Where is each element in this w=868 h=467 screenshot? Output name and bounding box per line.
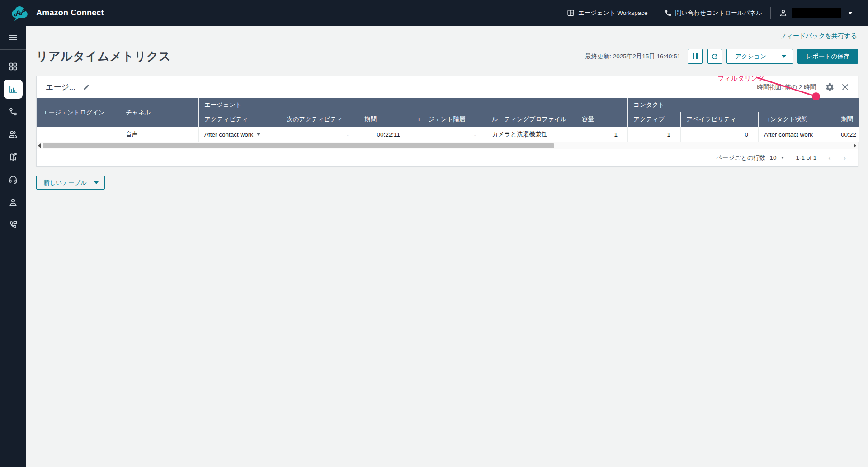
- headset-icon: [8, 175, 18, 185]
- col-next-activity[interactable]: 次のアクティビティ: [281, 112, 359, 127]
- horizontal-scrollbar[interactable]: [37, 142, 858, 149]
- brand-name: Amazon Connect: [36, 8, 104, 18]
- group-agent: エージェント: [199, 98, 628, 112]
- pagination: ページごとの行数 10 1-1 of 1 ‹ ›: [37, 149, 858, 166]
- pagination-range: 1-1 of 1: [796, 154, 817, 161]
- workspace-icon: [567, 9, 575, 17]
- cell-agent-login: [37, 127, 120, 142]
- col-availability[interactable]: アベイラビリティー: [681, 112, 759, 127]
- user-icon: [779, 9, 788, 17]
- cell-duration: 00:22:11: [359, 127, 410, 142]
- col-routing-profile[interactable]: ルーティングプロファイル: [486, 112, 576, 127]
- share-feedback-link[interactable]: フィードバックを共有する: [780, 32, 857, 40]
- dashboard-grid-icon: [8, 62, 18, 71]
- cell-contact-duration: 00:22: [835, 127, 859, 142]
- close-icon[interactable]: [841, 83, 849, 91]
- top-bar: Amazon Connect エージェント Workspace 問い合わせコント…: [0, 0, 868, 26]
- users-icon: [8, 129, 18, 139]
- nav-agent-workspace[interactable]: エージェント Workspace: [559, 9, 656, 17]
- cell-availability: 0: [681, 127, 759, 142]
- chevron-down-icon: [782, 55, 786, 58]
- edit-title-icon[interactable]: [83, 84, 90, 91]
- chevron-down-icon: [257, 133, 260, 136]
- save-report-label: レポートの保存: [806, 52, 849, 61]
- rows-per-page-label: ページごとの行数: [716, 154, 766, 162]
- rows-per-page-value: 10: [770, 154, 777, 161]
- activity-value: After contact work: [204, 131, 253, 138]
- cell-capacity: 1: [576, 127, 628, 142]
- nav-agent-workspace-label: エージェント Workspace: [578, 9, 648, 17]
- table-title: エージ...: [46, 82, 75, 92]
- col-channel[interactable]: チャネル: [120, 98, 199, 127]
- col-contact-duration[interactable]: 期間: [835, 112, 859, 127]
- sidebar-nav: [4, 50, 23, 234]
- metrics-table-card: エージ... 時間範囲: 前の 2 時間: [36, 76, 858, 167]
- cell-activity[interactable]: After contact work: [199, 127, 281, 142]
- sidebar-item-metrics[interactable]: [4, 80, 23, 99]
- book-export-icon: [8, 152, 18, 162]
- chevron-down-icon: [94, 181, 99, 184]
- cell-agent-hierarchy: -: [410, 127, 486, 142]
- cell-next-activity: -: [281, 127, 359, 142]
- cell-channel: 音声: [120, 127, 199, 142]
- actions-dropdown-label: アクション: [735, 52, 766, 61]
- refresh-button[interactable]: [707, 49, 722, 64]
- sidebar-item-dashboard[interactable]: [4, 57, 23, 76]
- sidebar-item-contact-tools[interactable]: [4, 215, 23, 234]
- scroll-right-icon[interactable]: [854, 143, 856, 148]
- sidebar-item-users[interactable]: [4, 125, 23, 144]
- filter-annotation-label: フィルタリング: [717, 74, 764, 83]
- new-table-button[interactable]: 新しいテーブル: [36, 176, 105, 190]
- col-agent-login[interactable]: エージェントログイン: [37, 98, 120, 127]
- prev-page-icon[interactable]: ‹: [828, 153, 831, 162]
- menu-icon: [8, 33, 18, 43]
- phone-chat-icon: [8, 220, 18, 230]
- cell-contact-state: After contact work: [759, 127, 835, 142]
- col-capacity[interactable]: 容量: [576, 112, 628, 127]
- scroll-left-icon[interactable]: [38, 143, 41, 148]
- sidebar: [0, 26, 26, 467]
- amazon-connect-logo-icon: [10, 4, 30, 22]
- refresh-icon: [711, 52, 719, 61]
- col-active[interactable]: アクティブ: [628, 112, 681, 127]
- page-title: リアルタイムメトリクス: [36, 48, 171, 64]
- cell-routing-profile: カメラと洗濯機兼任: [486, 127, 576, 142]
- person-icon: [8, 197, 18, 207]
- rows-per-page-select[interactable]: ページごとの行数 10: [716, 154, 784, 162]
- actions-dropdown-button[interactable]: アクション: [726, 49, 793, 64]
- cell-active: 1: [628, 127, 681, 142]
- new-table-label: 新しいテーブル: [43, 179, 87, 187]
- sidebar-item-docs[interactable]: [4, 148, 23, 167]
- chevron-down-icon: [848, 12, 853, 14]
- sidebar-item-profile[interactable]: [4, 193, 23, 212]
- metrics-table: エージェントログイン チャネル エージェント コンタクト アクティビティ 次のア…: [37, 98, 859, 142]
- group-contact: コンタクト: [628, 98, 859, 112]
- pause-button[interactable]: [688, 49, 703, 64]
- flow-branch-icon: [8, 107, 18, 117]
- redacted-username: [792, 8, 841, 18]
- phone-icon: [665, 10, 672, 17]
- sidebar-item-support[interactable]: [4, 170, 23, 189]
- chevron-down-icon: [781, 157, 784, 159]
- sidebar-item-flows[interactable]: [4, 102, 23, 121]
- col-duration[interactable]: 期間: [359, 112, 410, 127]
- settings-gear-icon[interactable]: [825, 82, 835, 92]
- save-report-button[interactable]: レポートの保存: [797, 49, 858, 64]
- col-agent-hierarchy[interactable]: エージェント階層: [410, 112, 486, 127]
- scrollbar-thumb[interactable]: [43, 143, 554, 148]
- nav-contact-control-panel-label: 問い合わせコントロールパネル: [675, 9, 762, 17]
- brand: Amazon Connect: [0, 4, 104, 22]
- main-content: フィードバックを共有する リアルタイムメトリクス 最終更新: 2025年2月15…: [26, 26, 868, 467]
- user-menu[interactable]: [771, 8, 855, 18]
- table-row: 音声 After contact work - 00:22:11 - カメラと洗…: [37, 127, 859, 142]
- next-page-icon[interactable]: ›: [843, 153, 846, 162]
- bar-chart-icon: [8, 84, 18, 94]
- col-activity[interactable]: アクティビティ: [199, 112, 281, 127]
- pause-icon: [693, 53, 698, 59]
- sidebar-toggle[interactable]: [0, 26, 26, 49]
- nav-contact-control-panel[interactable]: 問い合わせコントロールパネル: [656, 9, 770, 17]
- col-contact-state[interactable]: コンタクト状態: [759, 112, 835, 127]
- time-range-text: 時間範囲: 前の 2 時間: [757, 83, 816, 91]
- table-group-header-row: エージェントログイン チャネル エージェント コンタクト: [37, 98, 859, 112]
- top-nav: エージェント Workspace 問い合わせコントロールパネル: [559, 7, 868, 19]
